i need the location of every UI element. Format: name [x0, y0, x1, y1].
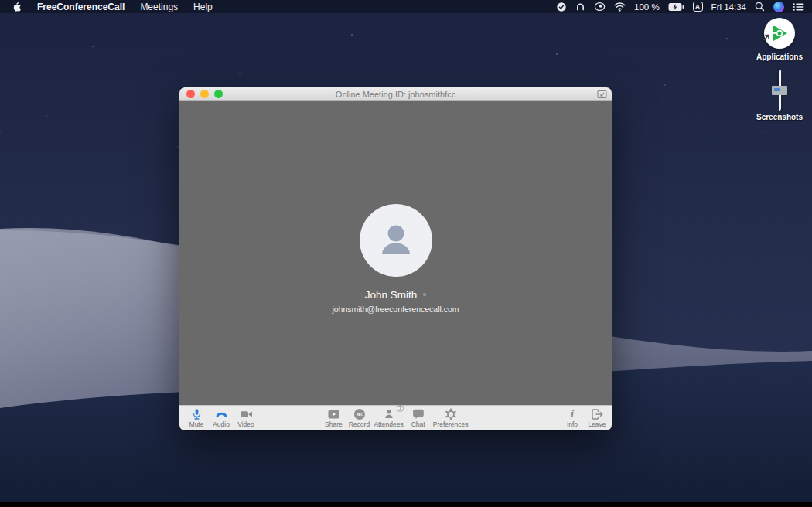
record-icon: REC — [353, 407, 365, 420]
audio-button[interactable]: Audio — [210, 407, 232, 428]
input-source-icon[interactable]: A — [693, 2, 703, 12]
close-window-button[interactable] — [186, 90, 195, 98]
desktop-icon-applications[interactable]: Applications — [749, 18, 810, 61]
camera-eye-icon[interactable] — [594, 2, 606, 12]
battery-percent: 100 % — [634, 2, 660, 12]
mute-button[interactable]: Mute — [186, 407, 207, 428]
microphone-icon — [191, 407, 203, 420]
participant-name: John Smith — [365, 289, 418, 301]
check-circle-icon[interactable] — [556, 2, 567, 12]
share-button[interactable]: Share — [322, 407, 344, 428]
lock-arch-icon[interactable] — [575, 2, 585, 12]
meeting-toolbar: Mute Audio Video Share — [179, 405, 612, 430]
chat-button[interactable]: Chat — [408, 407, 429, 428]
participant-status-dot — [423, 293, 426, 296]
info-icon: i — [571, 407, 574, 420]
desktop-icon-label: Screenshots — [749, 113, 810, 121]
toolbar-button-label: Leave — [588, 420, 606, 428]
popout-icon[interactable] — [597, 90, 607, 99]
notification-center-icon[interactable] — [793, 2, 804, 12]
menu-bar: FreeConferenceCall Meetings Help 100 % A… — [0, 0, 812, 13]
toolbar-button-label: Mute — [189, 420, 204, 428]
screenshots-icon — [772, 72, 787, 109]
video-button[interactable]: Video — [235, 407, 257, 428]
menu-item-help[interactable]: Help — [186, 2, 220, 12]
window-titlebar[interactable]: Online Meeting ID: johnsmithfcc — [179, 87, 612, 101]
toolbar-button-label: Preferences — [433, 420, 469, 428]
attendees-icon — [383, 407, 395, 420]
applications-icon — [764, 18, 795, 49]
attendees-button[interactable]: 1 Attendees — [374, 407, 403, 428]
gear-icon — [445, 407, 457, 420]
menu-item-meetings[interactable]: Meetings — [132, 2, 186, 12]
toolbar-button-label: Share — [325, 420, 343, 428]
desktop-icon-label: Applications — [749, 53, 810, 61]
meeting-window: Online Meeting ID: johnsmithfcc John Smi… — [179, 87, 612, 430]
leave-icon — [591, 407, 604, 420]
spotlight-icon[interactable] — [755, 2, 765, 12]
toolbar-button-label: Chat — [411, 420, 425, 428]
video-stage: John Smith johnsmith@freeconferencecall.… — [179, 101, 612, 405]
battery-icon — [668, 2, 684, 12]
toolbar-left-group: Mute Audio Video — [186, 407, 257, 428]
desktop-icon-screenshots[interactable]: Screenshots — [749, 72, 810, 121]
chat-bubble-icon — [412, 407, 425, 420]
siri-icon[interactable] — [773, 2, 784, 12]
phone-handset-icon — [215, 407, 228, 420]
minimize-window-button[interactable] — [200, 90, 209, 98]
info-button[interactable]: i Info — [561, 407, 583, 428]
apple-menu-icon[interactable] — [12, 2, 22, 12]
toolbar-center-group: Share REC Record 1 Attendees Chat — [322, 407, 468, 428]
alias-arrow-badge — [763, 30, 770, 44]
menu-app-name[interactable]: FreeConferenceCall — [29, 2, 132, 12]
person-icon — [375, 219, 417, 261]
menu-clock[interactable]: Fri 14:34 — [711, 2, 746, 12]
menu-bar-status: 100 % A Fri 14:34 — [556, 2, 804, 12]
screen-bottom-strip — [0, 502, 812, 507]
participant-email: johnsmith@freeconferencecall.com — [332, 305, 459, 314]
toolbar-button-label: Record — [349, 420, 370, 428]
window-title: Online Meeting ID: johnsmithfcc — [226, 90, 565, 99]
participant-name-row: John Smith — [365, 289, 427, 301]
share-screen-icon — [327, 407, 340, 420]
leave-button[interactable]: Leave — [586, 407, 608, 428]
video-camera-icon — [240, 407, 253, 420]
toolbar-button-label: Info — [567, 420, 578, 428]
toolbar-button-label: Attendees — [374, 420, 403, 428]
toolbar-button-label: Audio — [213, 420, 230, 428]
wifi-icon[interactable] — [614, 2, 626, 12]
participant-avatar — [360, 204, 432, 277]
menu-bar-left: FreeConferenceCall Meetings Help — [8, 2, 220, 12]
traffic-lights — [186, 90, 223, 98]
toolbar-right-group: i Info Leave — [561, 407, 608, 428]
svg-text:REC: REC — [357, 413, 363, 416]
record-button[interactable]: REC Record — [348, 407, 370, 428]
preferences-button[interactable]: Preferences — [433, 407, 469, 428]
toolbar-button-label: Video — [237, 420, 254, 428]
attendees-count-badge: 1 — [397, 405, 404, 412]
zoom-window-button[interactable] — [214, 90, 223, 98]
